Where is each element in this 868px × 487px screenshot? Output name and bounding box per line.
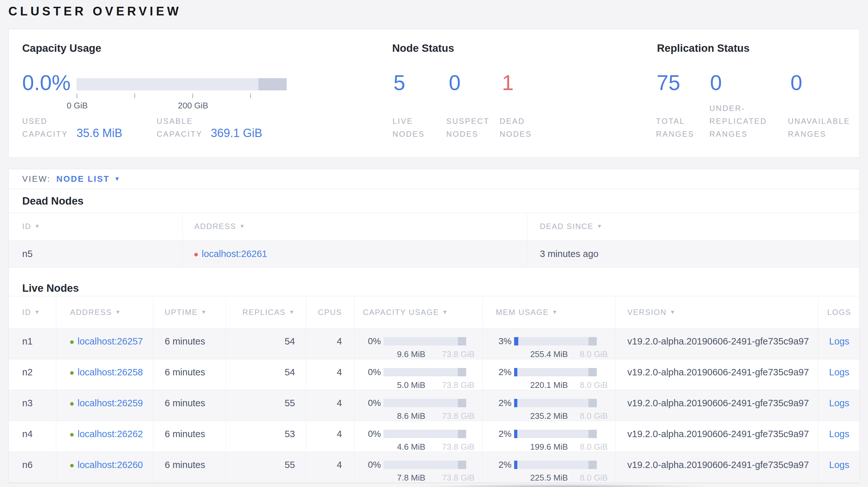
live-node-logs-cell: Logs bbox=[818, 328, 860, 359]
live-node-logs-cell: Logs bbox=[818, 359, 860, 390]
column-header-version[interactable]: VERSION ▼ bbox=[615, 296, 818, 328]
mem-usage-fill bbox=[514, 461, 517, 469]
capacity-reserved-segment bbox=[458, 337, 466, 346]
live-node-address-link[interactable]: localhost:26262 bbox=[78, 429, 143, 439]
live-node-capacity-cell: 0% 5.0 MiB 73.8 GiB bbox=[354, 359, 482, 390]
capacity-reserved-segment bbox=[458, 399, 466, 407]
capacity-usage-title: Capacity Usage bbox=[22, 42, 101, 54]
mem-bar bbox=[514, 461, 597, 469]
column-header-replicas[interactable]: REPLICAS ▼ bbox=[225, 296, 306, 328]
capacity-used-value: 5.0 MiB bbox=[392, 380, 425, 390]
capacity-percent: 0% bbox=[363, 366, 381, 379]
live-node-capacity-cell: 0% 9.6 MiB 73.8 GiB bbox=[354, 328, 482, 359]
live-node-logs-cell: Logs bbox=[818, 421, 860, 452]
dead-nodes-table: ID ▼ ADDRESS ▼ DEAD SINCE ▼ n5 localhost… bbox=[9, 213, 859, 268]
column-header-id[interactable]: ID ▼ bbox=[9, 213, 182, 240]
capacity-usage-bar bbox=[76, 78, 287, 90]
live-node-id: n2 bbox=[9, 359, 56, 390]
live-node-address-link[interactable]: localhost:26258 bbox=[78, 367, 143, 377]
dead-node-address-cell: localhost:26261 bbox=[182, 240, 527, 267]
sort-desc-icon: ▼ bbox=[552, 309, 558, 316]
sort-desc-icon: ▼ bbox=[597, 223, 603, 230]
dead-nodes-label: DEAD NODES bbox=[500, 115, 532, 140]
column-header-capacity-usage[interactable]: CAPACITY USAGE ▼ bbox=[354, 296, 482, 328]
column-header-label: CAPACITY USAGE bbox=[363, 308, 439, 317]
capacity-bar bbox=[383, 337, 466, 346]
logs-link[interactable]: Logs bbox=[829, 429, 849, 439]
mem-reserved-segment bbox=[588, 337, 597, 346]
mem-percent: 2% bbox=[494, 458, 512, 471]
suspect-nodes-label: SUSPECT NODES bbox=[446, 115, 489, 140]
capacity-used-value: 8.6 MiB bbox=[392, 411, 425, 421]
column-header-dead-since[interactable]: DEAD SINCE ▼ bbox=[527, 213, 860, 240]
capacity-percent: 0% bbox=[363, 397, 381, 410]
column-header-address[interactable]: ADDRESS ▼ bbox=[182, 213, 527, 240]
live-node-address-link[interactable]: localhost:26260 bbox=[78, 460, 143, 470]
live-node-address-cell: localhost:26257 bbox=[56, 328, 153, 359]
axis-tick bbox=[134, 94, 135, 98]
logs-link[interactable]: Logs bbox=[829, 460, 849, 470]
live-node-version: v19.2.0-alpha.20190606-2491-gfe735c9a97 bbox=[615, 421, 818, 452]
live-status-dot-icon bbox=[70, 340, 74, 344]
live-node-id: n4 bbox=[9, 421, 56, 452]
mem-percent: 3% bbox=[494, 335, 512, 348]
logs-link[interactable]: Logs bbox=[829, 336, 849, 347]
column-header-cpus[interactable]: CPUS bbox=[306, 296, 354, 328]
mem-used-value: 235.2 MiB bbox=[525, 411, 568, 421]
live-node-replicas: 53 bbox=[225, 421, 306, 452]
sort-desc-icon: ▼ bbox=[34, 309, 40, 316]
view-selected-value: NODE LIST bbox=[56, 174, 110, 184]
page-title: CLUSTER OVERVIEW bbox=[8, 4, 181, 18]
total-ranges-label: TOTAL RANGES bbox=[656, 115, 694, 140]
live-node-capacity-cell: 0% 7.8 MiB 73.8 GiB bbox=[354, 452, 482, 483]
live-node-capacity-cell: 0% 4.6 MiB 73.8 GiB bbox=[354, 421, 482, 452]
dead-node-id: n5 bbox=[9, 240, 182, 267]
dead-node-address-link[interactable]: localhost:26261 bbox=[202, 249, 267, 259]
suspect-nodes-count: 0 bbox=[449, 70, 461, 95]
usable-capacity-value: 369.1 GiB bbox=[211, 126, 262, 140]
live-node-row: n2 localhost:26258 6 minutes 54 4 0% 5.0… bbox=[9, 359, 859, 390]
live-node-cpus: 4 bbox=[306, 390, 354, 421]
under-replicated-count: 0 bbox=[710, 70, 722, 95]
live-node-version: v19.2.0-alpha.20190606-2491-gfe735c9a97 bbox=[615, 359, 818, 390]
live-node-address-cell: localhost:26260 bbox=[56, 452, 153, 483]
capacity-used-percent: 0.0% bbox=[22, 70, 70, 95]
live-node-address-link[interactable]: localhost:26259 bbox=[78, 398, 143, 408]
live-node-uptime: 6 minutes bbox=[153, 328, 225, 359]
live-node-logs-cell: Logs bbox=[818, 390, 860, 421]
mem-reserved-segment bbox=[588, 368, 597, 376]
live-node-version: v19.2.0-alpha.20190606-2491-gfe735c9a97 bbox=[615, 328, 818, 359]
live-node-mem-cell: 2% 220.1 MiB 8.0 GiB bbox=[482, 359, 615, 390]
capacity-total-value: 73.8 GiB bbox=[442, 442, 474, 452]
column-header-address[interactable]: ADDRESS ▼ bbox=[56, 296, 153, 328]
column-header-mem-usage[interactable]: MEM USAGE ▼ bbox=[482, 296, 615, 328]
column-header-label: MEM USAGE bbox=[496, 308, 549, 317]
live-node-id: n1 bbox=[9, 328, 56, 359]
logs-link[interactable]: Logs bbox=[829, 398, 849, 408]
live-node-address-cell: localhost:26262 bbox=[56, 421, 153, 452]
capacity-reserved-segment bbox=[458, 368, 466, 376]
column-header-id[interactable]: ID ▼ bbox=[9, 296, 56, 328]
mem-percent: 2% bbox=[494, 397, 512, 410]
live-node-uptime: 6 minutes bbox=[153, 359, 225, 390]
live-node-id: n3 bbox=[9, 390, 56, 421]
mem-percent: 2% bbox=[494, 366, 512, 379]
live-node-cpus: 4 bbox=[306, 328, 354, 359]
live-node-replicas: 54 bbox=[225, 328, 306, 359]
mem-total-value: 8.0 GiB bbox=[580, 380, 608, 390]
live-node-address-link[interactable]: localhost:26257 bbox=[78, 336, 143, 347]
live-nodes-label: LIVE NODES bbox=[393, 115, 425, 140]
mem-used-value: 255.4 MiB bbox=[525, 349, 568, 359]
column-header-label: ID bbox=[22, 222, 31, 231]
column-header-uptime[interactable]: UPTIME ▼ bbox=[153, 296, 225, 328]
view-selector-dropdown[interactable]: NODE LIST ▼ bbox=[56, 174, 120, 184]
sort-desc-icon: ▼ bbox=[670, 309, 676, 316]
nodes-panel: VIEW: NODE LIST ▼ Dead Nodes ID ▼ ADDRES… bbox=[8, 169, 860, 483]
live-nodes-header-row: ID ▼ ADDRESS ▼ UPTIME ▼ REPLICAS ▼ CPUS … bbox=[9, 296, 859, 328]
live-node-address-cell: localhost:26258 bbox=[56, 359, 153, 390]
usable-capacity-label: USABLE CAPACITY bbox=[157, 115, 203, 140]
mem-reserved-segment bbox=[588, 430, 597, 438]
logs-link[interactable]: Logs bbox=[829, 367, 849, 377]
live-nodes-table: ID ▼ ADDRESS ▼ UPTIME ▼ REPLICAS ▼ CPUS … bbox=[9, 296, 859, 483]
under-replicated-label: UNDER- REPLICATED RANGES bbox=[709, 102, 767, 140]
